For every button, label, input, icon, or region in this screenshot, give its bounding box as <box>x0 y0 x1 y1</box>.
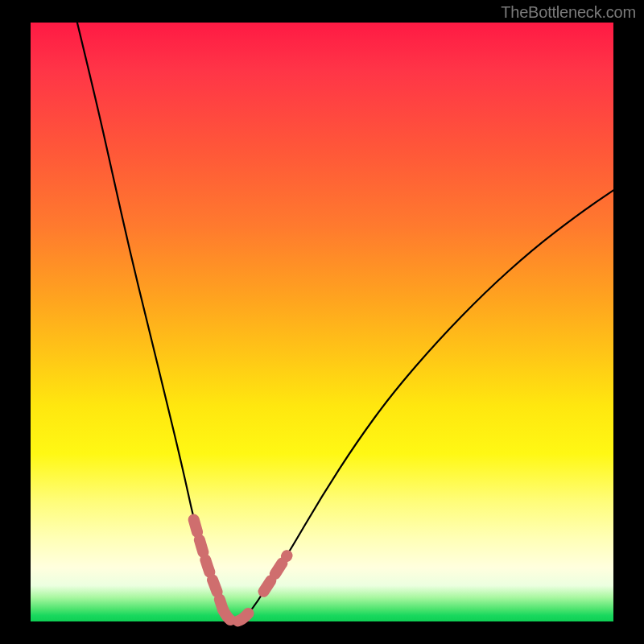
highlight-valley_highlight <box>223 609 252 621</box>
bottleneck-curve <box>77 23 613 621</box>
highlight-segments <box>194 520 287 622</box>
chart-frame: TheBottleneck.com <box>0 0 644 644</box>
watermark-text: TheBottleneck.com <box>501 3 636 22</box>
chart-svg <box>31 23 613 621</box>
highlight-left_wall_highlight <box>194 520 223 610</box>
highlight-right_wall_highlight <box>264 555 287 592</box>
